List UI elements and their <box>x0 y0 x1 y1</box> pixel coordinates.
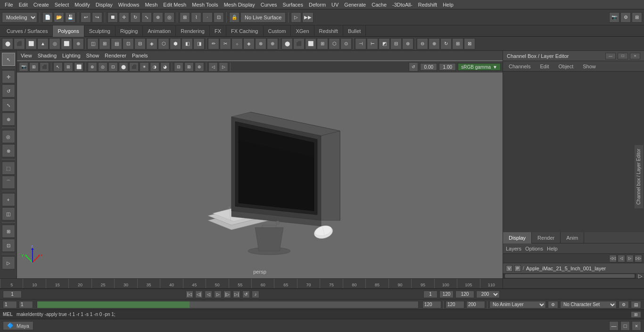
window-item-main[interactable]: 🔷 Maya <box>3 321 33 330</box>
select-mode-btn[interactable]: 🔲 <box>107 12 118 23</box>
fill-tool[interactable]: ⬦ <box>231 38 243 49</box>
gamma-gain-input[interactable] <box>439 63 456 71</box>
vp-menu-shading[interactable]: Shading <box>36 53 58 58</box>
crease-btn[interactable]: + <box>2 193 15 206</box>
anim-layer-select[interactable]: No Anim Layer <box>489 301 546 308</box>
layers-scroll-right[interactable]: ▷ <box>626 255 634 262</box>
camera2-btn[interactable]: ⊡ <box>2 239 15 252</box>
menu-generate[interactable]: Generate <box>341 2 369 8</box>
deform-tool4[interactable]: ⊞ <box>452 38 463 49</box>
cam-tb-btn1[interactable]: 📷 <box>19 62 28 72</box>
tab-animation[interactable]: Animation <box>143 25 176 37</box>
tab-polygons[interactable]: Polygons <box>53 25 84 37</box>
vp-grid-btn[interactable]: ⊞ <box>64 62 73 72</box>
tab-sculpting[interactable]: Sculpting <box>84 25 116 37</box>
edit-tool3[interactable]: ⊕ <box>267 38 278 49</box>
camera-btn[interactable]: 📷 <box>609 12 619 23</box>
layers-scroll-left2[interactable]: ◁ <box>618 255 625 262</box>
menu-redshift[interactable]: Redshift <box>415 2 440 8</box>
menu-3dtoall[interactable]: -3DtoAll- <box>389 2 415 8</box>
shape-tool4[interactable]: ⊞ <box>317 38 328 49</box>
shape-tool5[interactable]: ⬡ <box>329 38 340 49</box>
tab-rigging[interactable]: Rigging <box>116 25 143 37</box>
deform-tool2[interactable]: ⊕ <box>429 38 440 49</box>
ch-tab-show[interactable]: Show <box>579 61 600 72</box>
new-file-btn[interactable]: 📄 <box>42 12 53 23</box>
layers-scroll-right2[interactable]: ▷▷ <box>635 255 642 262</box>
frame-range-start[interactable] <box>423 291 438 298</box>
menu-create[interactable]: Create <box>31 2 52 8</box>
extrude-tool[interactable]: ⊟ <box>390 38 402 49</box>
cube-btn[interactable]: ⬛ <box>14 38 25 49</box>
undo-btn[interactable]: ↩ <box>81 12 91 23</box>
tab-fx[interactable]: FX <box>210 25 226 37</box>
rotate-mode-btn[interactable]: ↻ <box>130 12 140 23</box>
menu-file[interactable]: File <box>2 2 16 8</box>
menu-modify[interactable]: Modify <box>72 2 92 8</box>
menu-help[interactable]: Help <box>440 2 456 8</box>
mesh-tool9[interactable]: ◧ <box>182 38 193 49</box>
viewport-scene[interactable]: x y z persp <box>17 73 503 278</box>
frame-display-1[interactable] <box>3 301 17 308</box>
dra-tab-display[interactable]: Display <box>503 232 532 243</box>
shape-tool3[interactable]: ⬜ <box>305 38 316 49</box>
panel-maximize-btn[interactable]: □ <box>618 53 628 59</box>
scroll-right-btn[interactable]: ▷ <box>636 274 644 278</box>
play-fwd-btn[interactable]: ▷ <box>214 291 222 298</box>
bridge-tool[interactable]: ⊢ <box>367 38 378 49</box>
universal-tool-btn[interactable]: ⊕ <box>2 113 15 126</box>
layout-btn[interactable]: ⊞ <box>632 12 642 23</box>
layers-menu-help[interactable]: Help <box>547 246 558 251</box>
layers-scroll-left[interactable]: ◁◁ <box>609 255 617 262</box>
panel-minimize-btn[interactable]: — <box>605 53 616 59</box>
gamma-offset-input[interactable] <box>420 63 437 71</box>
tab-fx-caching[interactable]: FX Caching <box>226 25 263 37</box>
vp-sel-btn[interactable]: ↖ <box>53 62 63 72</box>
vp-shadow-btn[interactable]: ◑ <box>150 62 159 72</box>
lasso-btn[interactable]: ⌒ <box>2 176 15 189</box>
gamma-reset-btn[interactable]: ↺ <box>409 62 418 72</box>
cam-tb-btn2[interactable]: ⊞ <box>29 62 39 72</box>
live-surface-btn[interactable]: No Live Surface <box>240 12 286 23</box>
shape-tool6[interactable]: ⊙ <box>340 38 352 49</box>
snap-view-btn[interactable]: ⊡ <box>214 12 224 23</box>
plane-btn[interactable]: ⬜ <box>61 38 72 49</box>
scale-tool-btn[interactable]: ⤡ <box>2 98 15 112</box>
tab-custom[interactable]: Custom <box>264 25 291 37</box>
marquee-btn[interactable]: ⬚ <box>2 162 15 175</box>
vp-menu-show[interactable]: Show <box>84 53 101 58</box>
show-manip-btn[interactable]: ⊗ <box>2 144 15 157</box>
colorspace-selector[interactable]: sRGB gamma ▼ <box>458 63 501 71</box>
current-frame-input[interactable] <box>3 291 22 298</box>
cam-tb-btn3[interactable]: ⬛ <box>40 62 49 72</box>
ch-tab-object[interactable]: Object <box>554 61 577 72</box>
vp-menu-lighting[interactable]: Lighting <box>60 53 83 58</box>
vp-menu-renderer[interactable]: Renderer <box>103 53 128 58</box>
deform-tool5[interactable]: ⊠ <box>464 38 475 49</box>
poly-btn[interactable]: ◫ <box>2 207 15 220</box>
menu-curves[interactable]: Curves <box>258 2 280 8</box>
torus-btn[interactable]: ◎ <box>49 38 60 49</box>
sound-btn[interactable]: ♪ <box>252 291 259 298</box>
vp-iso-btn[interactable]: ⊟ <box>174 62 183 72</box>
vp-crease-btn[interactable]: ⊕ <box>195 62 204 72</box>
vp-menu-view[interactable]: View <box>19 53 34 58</box>
frame-range-end[interactable] <box>439 291 454 298</box>
char-set-settings-btn[interactable]: ⚙ <box>619 301 629 308</box>
layer-visibility[interactable]: V <box>506 265 512 272</box>
vp-wire-btn[interactable]: ⊡ <box>108 62 118 72</box>
vp-solid-btn[interactable]: ⬤ <box>119 62 128 72</box>
layers-menu-layers[interactable]: Layers <box>506 246 521 251</box>
anim-layer-settings-btn[interactable]: ⚙ <box>548 301 558 308</box>
loop-btn[interactable]: ↺ <box>242 291 250 298</box>
anim-frame-end[interactable] <box>422 301 441 308</box>
snap-btn[interactable]: ⊞ <box>2 225 15 238</box>
cut-tool[interactable]: ✂ <box>220 38 231 49</box>
menu-display[interactable]: Display <box>93 2 116 8</box>
vp-frame-btn[interactable]: ⬜ <box>74 62 83 72</box>
layer-item[interactable]: V P / Apple_iMac_21_5_Inch_001_layer <box>503 263 644 274</box>
mesh-tool7[interactable]: ⬡ <box>158 38 169 49</box>
ch-tab-channels[interactable]: Channels <box>505 61 534 72</box>
redo-btn[interactable]: ↪ <box>92 12 102 23</box>
scale-mode-btn[interactable]: ⤡ <box>141 12 152 23</box>
